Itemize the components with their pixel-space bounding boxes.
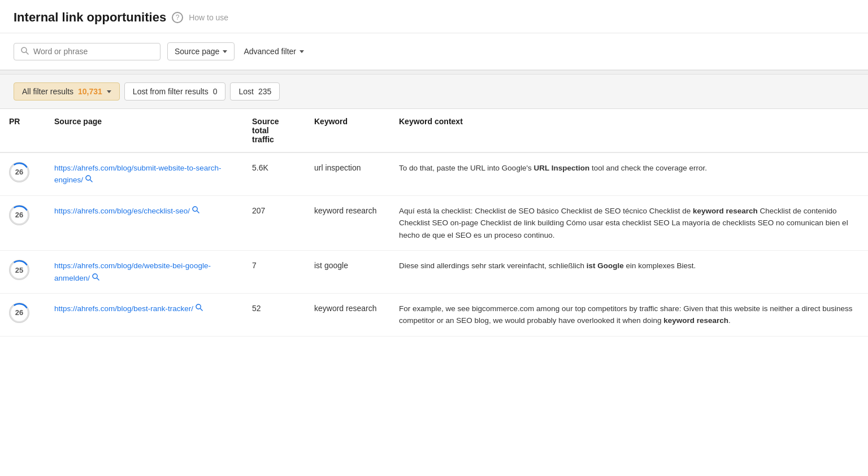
chevron-down-icon — [223, 50, 227, 53]
pr-cell: 26 — [0, 293, 45, 336]
tab-lost-filter-count: 0 — [213, 87, 218, 96]
keyword-cell: url inspection — [305, 152, 390, 195]
source-page-link[interactable]: https://ahrefs.com/blog/de/website-bei-g… — [54, 261, 211, 282]
pr-cell: 26 — [0, 195, 45, 251]
svg-line-9 — [197, 211, 199, 212]
source-page-cell: https://ahrefs.com/blog/es/checklist-seo… — [45, 195, 243, 251]
advanced-filter-label: Advanced filter — [244, 47, 296, 56]
traffic-cell: 52 — [243, 293, 305, 336]
svg-point-0 — [21, 47, 27, 53]
table-row: 26https://ahrefs.com/blog/best-rank-trac… — [0, 293, 868, 336]
pr-badge: 26 — [9, 303, 29, 323]
traffic-cell: 207 — [243, 195, 305, 251]
search-input[interactable] — [33, 47, 153, 56]
svg-point-16 — [196, 304, 201, 309]
pr-value: 26 — [15, 307, 23, 318]
page-wrapper: Internal link opportunities ? How to use… — [0, 0, 868, 476]
col-header-keyword: Keyword — [305, 109, 390, 152]
results-bar: All filter results 10,731 Lost from filt… — [0, 75, 868, 109]
traffic-cell: 5.6K — [243, 152, 305, 195]
keyword-cell: keyword research — [305, 195, 390, 251]
search-small-icon[interactable] — [92, 273, 99, 284]
tab-all-filter-results[interactable]: All filter results 10,731 — [14, 82, 120, 101]
tab-lost-from-filter[interactable]: Lost from filter results 0 — [124, 82, 226, 101]
tab-all-label: All filter results — [22, 87, 73, 96]
keyword-cell: keyword research — [305, 293, 390, 336]
keyword-cell: ist google — [305, 251, 390, 294]
svg-line-13 — [97, 278, 99, 280]
source-page-cell: https://ahrefs.com/blog/best-rank-tracke… — [45, 293, 243, 336]
filter-bar: Source page Advanced filter — [0, 33, 868, 70]
page-title: Internal link opportunities — [14, 10, 166, 25]
search-input-wrapper[interactable] — [14, 43, 160, 60]
source-page-link[interactable]: https://ahrefs.com/blog/best-rank-tracke… — [54, 304, 193, 313]
source-page-link[interactable]: https://ahrefs.com/blog/es/checklist-seo… — [54, 207, 190, 215]
search-small-icon[interactable] — [196, 303, 203, 315]
svg-point-4 — [86, 176, 90, 180]
table-row: 26https://ahrefs.com/blog/submit-website… — [0, 152, 868, 195]
tab-lost[interactable]: Lost 235 — [230, 82, 280, 101]
keyword-bold: keyword research — [693, 207, 758, 215]
keyword-context-cell: For example, we see bigcommerce.com amon… — [390, 293, 868, 336]
search-icon — [21, 47, 29, 56]
col-header-pr: PR — [0, 109, 45, 152]
source-page-cell: https://ahrefs.com/blog/de/website-bei-g… — [45, 251, 243, 294]
svg-line-5 — [90, 180, 92, 182]
keyword-bold: URL Inspection — [533, 164, 589, 172]
source-page-link[interactable]: https://ahrefs.com/blog/submit-website-t… — [54, 164, 222, 184]
svg-point-8 — [193, 206, 197, 211]
table-row: 25https://ahrefs.com/blog/de/website-bei… — [0, 251, 868, 294]
source-page-label: Source page — [175, 47, 219, 56]
results-table-wrapper: PR Source page Sourcetotaltraffic Keywor… — [0, 109, 868, 337]
how-to-use-link[interactable]: How to use — [189, 13, 228, 22]
keyword-context-cell: To do that, paste the URL into Google's … — [390, 152, 868, 195]
pr-badge: 26 — [9, 162, 29, 182]
tab-lost-filter-label: Lost from filter results — [133, 87, 209, 96]
tab-lost-label: Lost — [238, 87, 253, 96]
table-header-row: PR Source page Sourcetotaltraffic Keywor… — [0, 109, 868, 152]
table-row: 26https://ahrefs.com/blog/es/checklist-s… — [0, 195, 868, 251]
section-separator — [0, 70, 868, 75]
search-small-icon[interactable] — [192, 206, 199, 217]
keyword-context-cell: Aquí está la checklist: Checklist de SEO… — [390, 195, 868, 251]
search-small-icon[interactable] — [85, 174, 93, 186]
help-icon[interactable]: ? — [172, 12, 183, 23]
pr-cell: 25 — [0, 251, 45, 294]
source-page-cell: https://ahrefs.com/blog/submit-website-t… — [45, 152, 243, 195]
advanced-filter-button[interactable]: Advanced filter — [241, 43, 306, 60]
pr-cell: 26 — [0, 152, 45, 195]
col-header-source-page: Source page — [45, 109, 243, 152]
chevron-down-icon — [107, 90, 111, 93]
page-header: Internal link opportunities ? How to use — [0, 0, 868, 33]
results-table: PR Source page Sourcetotaltraffic Keywor… — [0, 109, 868, 337]
source-page-dropdown[interactable]: Source page — [167, 42, 235, 60]
tab-lost-count: 235 — [258, 87, 271, 96]
traffic-cell: 7 — [243, 251, 305, 294]
pr-value: 25 — [15, 265, 23, 276]
tab-all-count: 10,731 — [78, 87, 102, 96]
svg-line-17 — [201, 309, 202, 311]
svg-point-12 — [93, 273, 97, 278]
col-header-source-traffic: Sourcetotaltraffic — [243, 109, 305, 152]
pr-badge: 25 — [9, 260, 29, 280]
keyword-bold: keyword research — [663, 316, 728, 325]
chevron-down-icon — [300, 50, 304, 53]
keyword-bold: ist Google — [587, 261, 624, 270]
col-header-keyword-context: Keyword context — [390, 109, 868, 152]
pr-value: 26 — [15, 167, 23, 178]
svg-line-1 — [27, 52, 29, 54]
keyword-context-cell: Diese sind allerdings sehr stark vereinf… — [390, 251, 868, 294]
pr-value: 26 — [15, 209, 23, 221]
pr-badge: 26 — [9, 205, 29, 225]
